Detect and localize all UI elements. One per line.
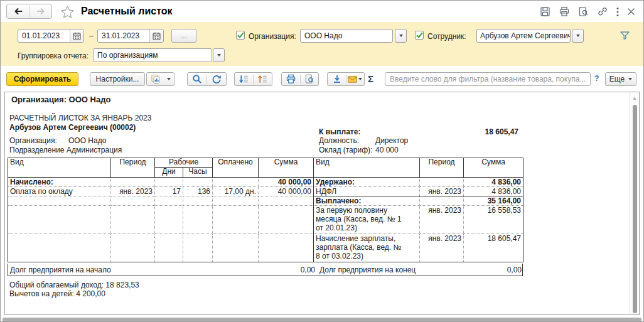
vertical-scrollbar-thumb[interactable]	[633, 105, 637, 313]
table-cell: янв. 2023	[111, 187, 155, 196]
table-header: Сумма	[259, 158, 314, 178]
print-button[interactable]	[282, 73, 300, 85]
table-cell: 17,00 дн.	[213, 187, 259, 196]
to-pay-value: 18 605,47	[413, 127, 518, 136]
period-more-button[interactable]: ...	[171, 29, 196, 43]
print-icon[interactable]	[559, 6, 570, 17]
scroll-up-icon[interactable]	[633, 97, 636, 100]
close-icon[interactable]	[627, 8, 635, 16]
filter-funnel-icon[interactable]	[620, 31, 630, 42]
back-button[interactable]	[7, 4, 29, 18]
report-subtitle: РАСЧЕТНЫЙ ЛИСТОК ЗА ЯНВАРЬ 2023	[9, 114, 151, 122]
date-to-value[interactable]: 31.01.2023	[98, 31, 149, 40]
calendar-icon[interactable]	[70, 30, 83, 42]
grouping-combo-dropdown[interactable]	[213, 48, 225, 62]
table-cell: Начисление зарплаты, зарплата (Касса, ве…	[314, 234, 420, 262]
report-variants-button[interactable]	[146, 72, 174, 86]
table-cell: 136	[183, 187, 213, 196]
grouping-combo-value[interactable]: По организациям	[94, 51, 212, 60]
report-area: Организация: ООО Надо РАСЧЕТНЫЙ ЛИСТОК З…	[4, 92, 640, 315]
print-preview-button[interactable]	[300, 73, 318, 85]
table-cell	[213, 206, 259, 234]
titlebar-icons	[540, 6, 635, 17]
menu-dots-icon[interactable]	[616, 7, 619, 17]
report-org-header: Организация: ООО Надо	[11, 95, 110, 104]
table-cell	[155, 196, 183, 206]
calendar-icon[interactable]	[149, 30, 163, 42]
table-header: Часы	[183, 168, 213, 178]
help-link[interactable]: ?	[594, 74, 599, 83]
nav-buttons	[6, 4, 52, 19]
org-checkbox[interactable]	[236, 31, 245, 40]
save-icon[interactable]	[540, 6, 550, 17]
email-icon	[348, 76, 357, 83]
table-cell	[8, 206, 111, 234]
send-email-button[interactable]	[346, 73, 364, 85]
table-cell	[183, 206, 213, 234]
link-icon[interactable]	[597, 6, 608, 17]
table-cell: НДФЛ	[314, 187, 420, 196]
taxable-income-line: Общий облагаемый доход: 18 823,53	[9, 281, 139, 289]
emp-combo[interactable]: Арбузов Артем Сергеевич	[476, 29, 571, 43]
child-deductions-line: Вычетов на детей: 4 200,00	[9, 289, 105, 298]
table-cell: 35 164,00	[464, 196, 523, 206]
sum-button[interactable]: Σ	[368, 73, 373, 84]
debt-start-label: Долг предприятия на начало	[10, 266, 111, 274]
emp-checkbox[interactable]	[415, 31, 424, 40]
print-preview-icon[interactable]	[578, 6, 589, 17]
favorite-star-icon[interactable]	[60, 5, 75, 21]
org-info-label: Организация:	[9, 136, 57, 145]
save-file-button[interactable]	[328, 73, 346, 85]
emp-combo-value[interactable]: Арбузов Артем Сергеевич	[477, 31, 570, 40]
table-cell: янв. 2023	[420, 206, 464, 234]
more-button[interactable]: Еще	[605, 72, 636, 86]
org-info-value: ООО Надо	[68, 136, 106, 145]
check-icon	[416, 32, 423, 38]
table-cell	[111, 234, 155, 262]
table-cell	[111, 178, 155, 187]
table-cell: Выплачено:	[314, 196, 420, 206]
chevron-down-icon	[217, 54, 221, 56]
forward-button[interactable]	[30, 4, 51, 18]
table-cell: Начислено:	[8, 178, 111, 187]
sort-ascending-icon	[257, 74, 268, 84]
generate-button[interactable]: Сформировать	[6, 72, 78, 86]
table-header: Рабочие	[155, 158, 213, 168]
table-cell: янв. 2023	[420, 187, 464, 196]
org-combo-value[interactable]: ООО Надо	[301, 31, 392, 40]
emp-combo-dropdown[interactable]	[572, 29, 584, 43]
date-from-value[interactable]: 01.01.2023	[18, 31, 70, 40]
table-header: Вид	[314, 158, 420, 178]
print-icon	[286, 74, 296, 84]
search-next-button[interactable]	[207, 73, 226, 85]
print-preview-icon	[304, 74, 314, 84]
table-header: Дни	[155, 168, 183, 178]
org-combo[interactable]: ООО Надо	[300, 29, 393, 43]
payslip-table: Вид Период Рабочие Оплачено Сумма Вид Пе…	[8, 158, 523, 262]
check-icon	[237, 32, 244, 38]
table-cell	[213, 178, 259, 187]
sort-descending-button[interactable]	[235, 73, 253, 85]
search-button[interactable]	[188, 73, 207, 85]
download-icon	[332, 74, 342, 84]
position-value: Директор	[375, 136, 408, 145]
grouping-label: Группировка отчета:	[18, 51, 89, 60]
date-from-field[interactable]: 01.01.2023	[18, 29, 84, 43]
grouping-combo[interactable]: По организациям	[93, 48, 212, 62]
table-cell: Удержано:	[314, 178, 420, 187]
sort-ascending-button[interactable]	[254, 73, 272, 85]
table-cell: 4 836,00	[464, 178, 523, 187]
filter-input[interactable]: Введите слово для фильтра (название това…	[385, 72, 591, 86]
settings-button[interactable]: Настройки...	[90, 72, 145, 86]
app-window: Расчетный листок 01.01.2023 – 31.01.2023…	[0, 0, 644, 322]
table-header: Период	[111, 158, 155, 178]
horizontal-scrollbar[interactable]	[3, 318, 641, 322]
date-to-field[interactable]: 31.01.2023	[97, 29, 164, 43]
table-cell	[155, 206, 183, 234]
export-group	[327, 72, 365, 86]
dept-label: Подразделение	[9, 146, 64, 154]
debt-end-label: Долг предприятия на конец	[319, 266, 416, 274]
debt-end-value: 0,00	[507, 266, 522, 274]
org-combo-dropdown[interactable]	[395, 29, 407, 43]
vertical-scrollbar[interactable]	[630, 92, 639, 314]
